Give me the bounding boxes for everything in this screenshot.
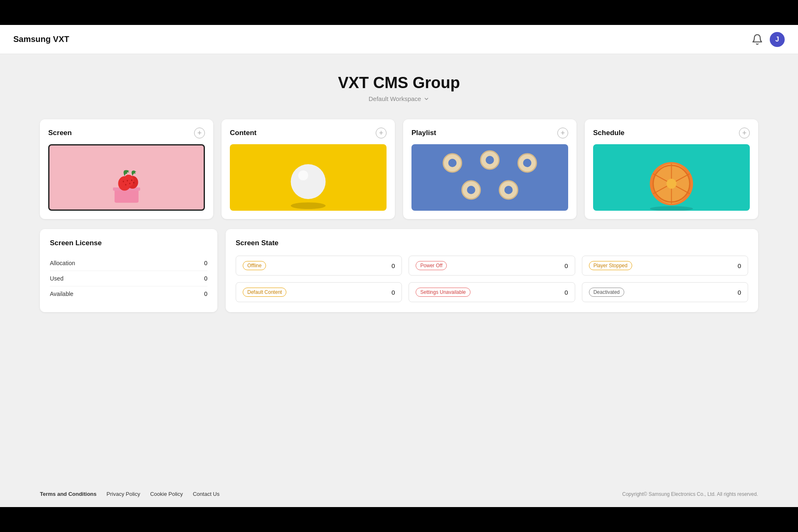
license-allocation-label: Allocation [50, 260, 75, 266]
svg-point-38 [667, 179, 677, 189]
main-wrapper: Samsung VXT J VXT CMS Group Default Work… [0, 25, 798, 507]
header-actions: J [751, 32, 785, 47]
content-add-button[interactable]: + [376, 128, 387, 138]
svg-point-7 [125, 184, 126, 185]
screen-illustration [49, 145, 204, 209]
screen-card-title: Screen [48, 129, 72, 137]
state-badge-default-content: Default Content [243, 288, 286, 297]
screen-state-title: Screen State [236, 239, 748, 247]
page-title-section: VXT CMS Group Default Workspace [40, 74, 758, 103]
schedule-illustration [593, 144, 750, 211]
state-grid: Offline 0 Power Off 0 Player Stopped 0 D… [236, 256, 748, 302]
state-badge-settings-unavailable: Settings Unavailable [416, 288, 470, 297]
schedule-add-button[interactable]: + [739, 128, 750, 138]
svg-point-14 [298, 170, 308, 180]
svg-point-21 [486, 156, 494, 164]
header: Samsung VXT J [0, 25, 798, 54]
state-count-default-content: 0 [392, 289, 395, 296]
svg-point-18 [448, 159, 457, 167]
state-item-settings-unavailable: Settings Unavailable 0 [409, 282, 575, 302]
state-badge-power-off: Power Off [416, 261, 447, 270]
state-item-offline: Offline 0 [236, 256, 402, 276]
svg-point-13 [291, 164, 326, 199]
page-title: VXT CMS Group [40, 74, 758, 92]
top-bar [0, 0, 798, 25]
svg-point-11 [133, 182, 134, 184]
schedule-card-image [593, 144, 750, 211]
avatar[interactable]: J [770, 32, 785, 47]
playlist-add-button[interactable]: + [557, 128, 568, 138]
license-row-allocation: Allocation 0 [50, 256, 207, 271]
state-badge-deactivated: Deactivated [589, 288, 624, 297]
svg-point-27 [467, 186, 475, 194]
state-count-player-stopped: 0 [738, 262, 741, 269]
svg-point-9 [129, 183, 131, 185]
license-used-label: Used [50, 275, 64, 282]
state-item-power-off: Power Off 0 [409, 256, 575, 276]
content-card: Content + [222, 119, 395, 219]
license-card: Screen License Allocation 0 Used 0 Avail… [40, 229, 217, 312]
state-count-settings-unavailable: 0 [564, 289, 568, 296]
footer-copyright: Copyright© Samsung Electronics Co., Ltd.… [622, 491, 758, 497]
footer-privacy-link[interactable]: Privacy Policy [106, 491, 140, 497]
state-count-power-off: 0 [564, 262, 568, 269]
brand-logo: Samsung VXT [13, 34, 69, 44]
workspace-label: Default Workspace [369, 95, 421, 102]
svg-point-30 [505, 186, 513, 194]
content-card-title: Content [230, 129, 256, 137]
cards-row: Screen + [40, 119, 758, 219]
screen-card-image [48, 144, 205, 211]
schedule-card-header: Schedule + [593, 128, 750, 138]
workspace-selector[interactable]: Default Workspace [369, 95, 429, 102]
svg-point-10 [131, 180, 133, 181]
bottom-bar [0, 507, 798, 532]
screen-add-button[interactable]: + [194, 128, 205, 138]
playlist-illustration [411, 144, 568, 211]
footer-links: Terms and Conditions Privacy Policy Cook… [40, 491, 219, 497]
content-card-header: Content + [230, 128, 387, 138]
state-badge-player-stopped: Player Stopped [589, 261, 632, 270]
state-item-deactivated: Deactivated 0 [582, 282, 748, 302]
license-used-value: 0 [204, 275, 207, 282]
license-available-value: 0 [204, 291, 207, 297]
svg-point-24 [523, 159, 532, 167]
license-allocation-value: 0 [204, 260, 207, 266]
license-row-available: Available 0 [50, 286, 207, 301]
playlist-card-header: Playlist + [411, 128, 568, 138]
playlist-card: Playlist + [403, 119, 576, 219]
state-count-deactivated: 0 [738, 289, 741, 296]
chevron-down-icon [424, 96, 429, 102]
footer-terms-link[interactable]: Terms and Conditions [40, 491, 96, 497]
svg-point-15 [291, 202, 326, 209]
state-item-default-content: Default Content 0 [236, 282, 402, 302]
playlist-card-image [411, 144, 568, 211]
screen-state-card: Screen State Offline 0 Power Off 0 Playe… [226, 229, 758, 312]
bottom-row: Screen License Allocation 0 Used 0 Avail… [40, 229, 758, 312]
footer: Terms and Conditions Privacy Policy Cook… [0, 481, 798, 507]
screen-card-header: Screen + [48, 128, 205, 138]
state-count-offline: 0 [392, 262, 395, 269]
playlist-card-title: Playlist [411, 129, 436, 137]
svg-point-6 [123, 181, 124, 182]
license-available-label: Available [50, 291, 74, 297]
screen-card: Screen + [40, 119, 213, 219]
footer-cookie-link[interactable]: Cookie Policy [150, 491, 183, 497]
state-badge-offline: Offline [243, 261, 266, 270]
content-card-image [230, 144, 387, 211]
svg-rect-1 [115, 189, 139, 203]
license-title: Screen License [50, 239, 207, 247]
svg-point-8 [127, 180, 128, 182]
schedule-card: Schedule + [585, 119, 758, 219]
state-item-player-stopped: Player Stopped 0 [582, 256, 748, 276]
schedule-card-title: Schedule [593, 129, 625, 137]
notification-bell-icon[interactable] [751, 34, 763, 45]
license-row-used: Used 0 [50, 271, 207, 286]
content-illustration [230, 144, 387, 211]
footer-contact-link[interactable]: Contact Us [193, 491, 219, 497]
content-area: VXT CMS Group Default Workspace Screen + [0, 54, 798, 481]
